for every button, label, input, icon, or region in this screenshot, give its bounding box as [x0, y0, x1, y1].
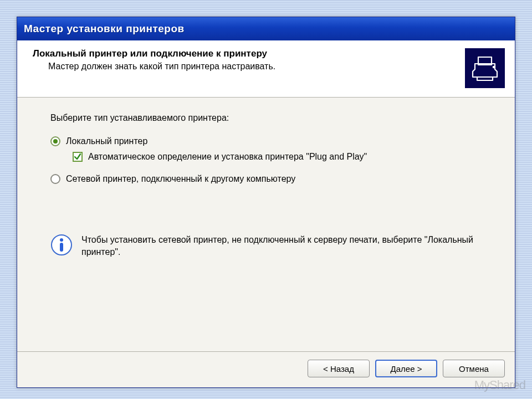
cancel-button[interactable]: Отмена	[443, 360, 505, 377]
checkbox-pnp-label: Автоматическое определение и установка п…	[88, 152, 367, 162]
titlebar: Мастер установки принтеров	[17, 17, 515, 40]
info-icon	[50, 234, 73, 256]
checkbox-icon	[73, 152, 83, 162]
wizard-window: Мастер установки принтеров Локальный при…	[17, 17, 515, 388]
printer-icon	[465, 48, 505, 88]
radio-icon	[50, 174, 60, 184]
info-row: Чтобы установить сетевой принтер, не под…	[50, 234, 482, 258]
next-button[interactable]: Далее >	[375, 360, 437, 377]
header-text: Локальный принтер или подключение к прин…	[33, 48, 456, 71]
back-button[interactable]: < Назад	[308, 360, 370, 377]
wizard-header: Локальный принтер или подключение к прин…	[17, 40, 515, 98]
checkbox-plug-and-play[interactable]: Автоматическое определение и установка п…	[73, 152, 482, 162]
radio-icon	[50, 136, 60, 146]
svg-point-3	[60, 238, 63, 242]
svg-point-1	[493, 66, 494, 68]
radio-local-printer[interactable]: Локальный принтер	[50, 136, 482, 146]
radio-network-printer[interactable]: Сетевой принтер, подключенный к другому …	[50, 174, 482, 184]
wizard-footer: < Назад Далее > Отмена	[17, 351, 515, 387]
prompt-text: Выберите тип устанавливаемого принтера:	[50, 113, 482, 123]
info-text: Чтобы установить сетевой принтер, не под…	[81, 234, 482, 258]
wizard-content: Выберите тип устанавливаемого принтера: …	[17, 98, 515, 351]
radio-local-label: Локальный принтер	[66, 136, 147, 146]
radio-network-label: Сетевой принтер, подключенный к другому …	[66, 174, 295, 184]
header-subtitle: Мастер должен знать какой тип принтера н…	[33, 62, 456, 71]
window-title: Мастер установки принтеров	[24, 23, 185, 35]
header-title: Локальный принтер или подключение к прин…	[33, 48, 456, 59]
svg-rect-4	[60, 243, 63, 252]
